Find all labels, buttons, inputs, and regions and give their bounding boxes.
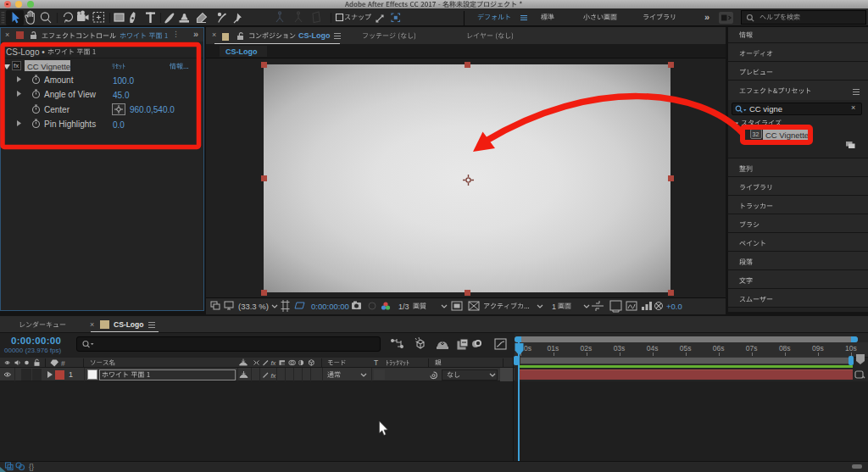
svg-text:fx: fx (271, 372, 276, 380)
svg-text:fx: fx (271, 359, 276, 367)
svg-text:{}: {} (29, 463, 34, 471)
svg-text:#: # (61, 359, 65, 368)
